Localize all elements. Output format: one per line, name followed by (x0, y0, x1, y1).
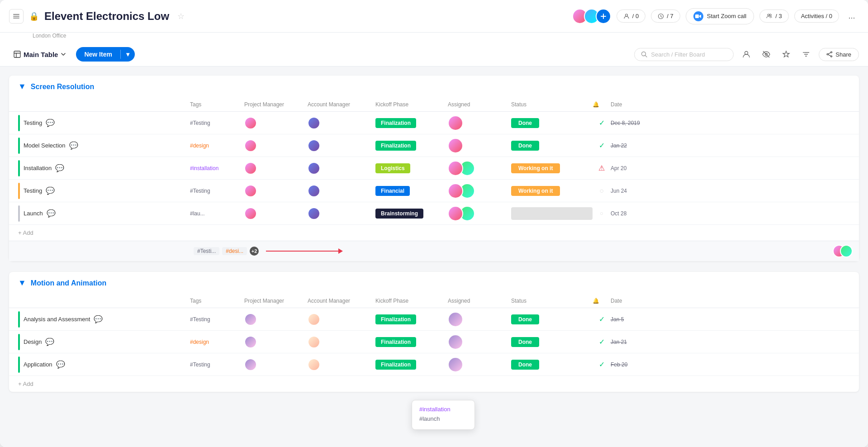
row-name: Testing 💬 (18, 183, 190, 199)
assigned-avatar (448, 357, 463, 372)
bell-cell: ✓ (593, 360, 611, 369)
pm-avatar (244, 117, 257, 129)
project-title: Elevent Electronics Low (44, 10, 169, 23)
row-name: Analysis and Assessment 💬 (18, 311, 190, 328)
guests-button[interactable]: / 0 (617, 10, 645, 23)
date-cell: Jan 22 (611, 143, 656, 149)
filter-icon-button[interactable] (799, 47, 813, 62)
bell-cell: ✓ (593, 141, 611, 150)
main-table-button[interactable]: Main Table (9, 48, 71, 61)
col-name (18, 101, 190, 108)
comment-icon[interactable]: 💬 (47, 209, 56, 218)
col-bell: 🔔 (593, 101, 611, 108)
comment-icon[interactable]: 💬 (46, 119, 55, 127)
activities-button[interactable]: Activities / 0 (794, 10, 839, 23)
comment-icon[interactable]: 💬 (69, 141, 78, 150)
table-header: Tags Project Manager Account Manager Kic… (9, 294, 859, 308)
col-assigned: Assigned (448, 101, 511, 108)
table-row: Installation 💬 #installation Logistics (9, 157, 859, 180)
item-name: Launch (24, 210, 43, 217)
phase-cell: Finalization (375, 316, 448, 323)
search-placeholder: Search / Filter Board (651, 51, 705, 58)
am-avatar (308, 336, 320, 348)
col-date: Date (611, 101, 656, 108)
pm-cell (244, 117, 308, 129)
tags-cell: #Testing (190, 119, 244, 126)
summary-row: #Testi... #desi... +2 (9, 241, 859, 261)
pm-cell (244, 336, 308, 348)
share-button[interactable]: Share (819, 48, 859, 61)
am-avatar (308, 139, 320, 152)
new-item-dropdown-icon[interactable]: ▾ (121, 47, 135, 62)
updates-button[interactable]: / 7 (651, 10, 680, 23)
phase-cell: Finalization (375, 361, 448, 368)
comment-icon[interactable]: 💬 (55, 164, 64, 172)
pm-avatar (244, 336, 257, 348)
phase-cell: Finalization (375, 142, 448, 149)
tags-cell: #design (190, 142, 244, 149)
pin-icon-button[interactable] (779, 47, 793, 62)
bell-cell: ○ (593, 187, 611, 195)
group-collapse-icon[interactable]: ▼ (18, 82, 26, 91)
add-item-button[interactable]: + Add (9, 376, 859, 392)
comment-icon[interactable]: 💬 (45, 338, 54, 346)
invite-button[interactable] (596, 9, 611, 24)
group-header: ▼ Screen Resolution (9, 76, 859, 98)
pm-cell (244, 185, 308, 197)
bell-cell: ✓ (593, 119, 611, 127)
comment-icon[interactable]: 💬 (94, 315, 103, 323)
assigned-cell (448, 312, 511, 327)
bell-cell: ✓ (593, 338, 611, 346)
table-row: Model Selection 💬 #design Finalization D… (9, 134, 859, 157)
assigned-avatar (448, 334, 463, 350)
sidebar-toggle-button[interactable] (9, 9, 24, 24)
zoom-call-button[interactable]: Start Zoom call (686, 8, 754, 24)
col-status: Status (511, 298, 593, 304)
col-assigned: Assigned (448, 298, 511, 304)
status-cell: Working on it (511, 165, 593, 171)
more-options-button[interactable]: ... (844, 9, 859, 24)
svg-rect-5 (695, 14, 699, 18)
group-title: Screen Resolution (31, 83, 94, 91)
date-cell: Apr 20 (611, 165, 656, 171)
am-cell (308, 139, 375, 152)
pm-avatar (244, 139, 257, 152)
comment-icon[interactable]: 💬 (56, 360, 65, 369)
row-name: Launch 💬 (18, 205, 190, 222)
pm-cell (244, 313, 308, 326)
svg-rect-0 (13, 14, 19, 15)
phase-cell: Finalization (375, 338, 448, 345)
assigned-avatar (448, 312, 463, 327)
chevron-down-icon (61, 52, 66, 57)
people-button[interactable]: / 3 (759, 10, 788, 23)
phase-cell: Financial (375, 187, 448, 194)
row-indicator (18, 115, 20, 131)
am-cell (308, 358, 375, 371)
bell-cell: ○ (593, 210, 611, 217)
date-cell: Jan 5 (611, 316, 656, 323)
eye-icon-button[interactable] (759, 47, 773, 62)
add-item-button[interactable]: + Add (9, 225, 859, 241)
star-icon[interactable]: ☆ (177, 11, 185, 21)
content-area: ▼ Screen Resolution Tags Project Manager… (0, 67, 868, 447)
col-pm: Project Manager (244, 298, 308, 304)
assigned-avatar (448, 206, 463, 221)
assigned-avatar (448, 161, 463, 176)
person-icon-button[interactable] (739, 47, 754, 62)
status-cell: Done (511, 361, 593, 368)
summary-badge-count[interactable]: +2 (250, 247, 259, 256)
col-tags: Tags (190, 298, 244, 304)
summary-avatar (840, 245, 853, 257)
lock-icon: 🔒 (29, 11, 39, 21)
guests-count: / 0 (632, 13, 639, 19)
group-header: ▼ Motion and Animation (9, 272, 859, 294)
tags-cell: #installation (190, 165, 244, 171)
group-collapse-icon[interactable]: ▼ (18, 278, 26, 288)
search-input-container[interactable]: Search / Filter Board (634, 48, 734, 61)
main-table-label: Main Table (24, 51, 58, 58)
comment-icon[interactable]: 💬 (46, 186, 55, 195)
pm-avatar (244, 358, 257, 371)
tags-cell: #design (190, 338, 244, 345)
col-am: Account Manager (308, 101, 375, 108)
new-item-button[interactable]: New Item ▾ (76, 47, 134, 62)
